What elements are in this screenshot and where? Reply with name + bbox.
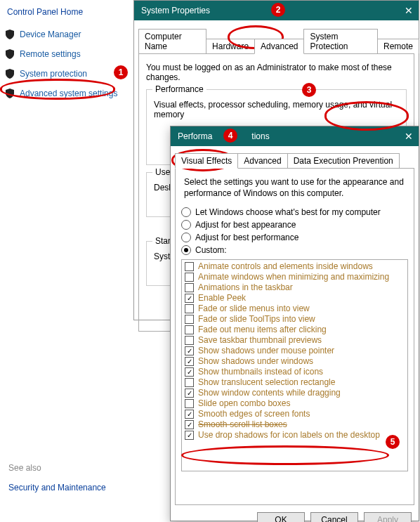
check-option-1[interactable]: Animate windows when minimizing and maxi…: [183, 272, 406, 282]
check-option-9[interactable]: Show shadows under windows: [183, 356, 406, 367]
check-label: Show shadows under mouse pointer: [198, 346, 334, 356]
see-also-header: See also: [8, 463, 106, 473]
control-panel-home-link[interactable]: Control Panel Home: [7, 7, 136, 17]
tab-advanced-perf[interactable]: Advanced: [237, 153, 287, 168]
checkbox-icon: [185, 389, 194, 398]
tab-dep[interactable]: Data Execution Prevention: [287, 153, 400, 168]
tab-computer-name[interactable]: Computer Name: [138, 29, 206, 53]
performance-legend: Performance: [152, 84, 206, 94]
apply-button[interactable]: Apply: [364, 512, 412, 522]
sidebar-item-remote-settings[interactable]: Remote settings: [6, 49, 136, 59]
check-label: Animate windows when minimizing and maxi…: [198, 272, 389, 282]
check-label: Save taskbar thumbnail previews: [198, 335, 322, 346]
check-label: Show thumbnails instead of icons: [198, 367, 323, 377]
tab-remote[interactable]: Remote: [377, 39, 419, 53]
close-icon[interactable]: ✕: [405, 131, 413, 142]
check-option-3[interactable]: Enable Peek: [183, 293, 406, 304]
performance-options-tabs: Visual Effects Advanced Data Execution P…: [175, 153, 419, 168]
check-option-13[interactable]: Slide open combo boxes: [183, 398, 406, 409]
radio-label: Adjust for best performance: [195, 233, 298, 242]
sidebar-item-device-manager[interactable]: Device Manager: [6, 30, 136, 39]
sidebar-item-label: Device Manager: [20, 30, 81, 39]
performance-options-body: Select the settings you want to use for …: [175, 168, 414, 505]
tab-system-protection[interactable]: System Protection: [303, 29, 377, 53]
checkbox-icon: [185, 283, 194, 292]
performance-options-title-left: Performa: [178, 131, 212, 141]
check-option-2[interactable]: Animations in the taskbar: [183, 282, 406, 293]
check-option-0[interactable]: Animate controls and elements inside win…: [183, 261, 406, 272]
control-panel-sidebar: Control Panel Home Device Manager Remote…: [0, 0, 140, 108]
visual-effects-checklist[interactable]: Animate controls and elements inside win…: [181, 259, 408, 471]
sidebar-item-label: System protection: [20, 69, 87, 79]
checkbox-icon: [185, 273, 194, 282]
sidebar-item-advanced-system-settings[interactable]: Advanced system settings: [6, 89, 136, 98]
check-label: Show translucent selection rectangle: [198, 377, 335, 388]
checkbox-icon: [185, 399, 194, 408]
checkbox-icon: [185, 294, 194, 303]
check-label: Fade or slide menus into view: [198, 304, 310, 314]
shield-icon: [6, 30, 14, 39]
dialog-button-row: OK Cancel Apply: [171, 505, 419, 522]
check-label: Show shadows under windows: [198, 356, 313, 367]
shield-icon: [6, 49, 14, 59]
radio-label: Let Windows choose what's best for my co…: [195, 207, 381, 217]
check-option-12[interactable]: Show window contents while dragging: [183, 388, 406, 398]
check-option-5[interactable]: Fade or slide ToolTips into view: [183, 314, 406, 325]
visual-effects-desc: Select the settings you want to use for …: [184, 177, 405, 199]
radio-option-3[interactable]: Custom:: [181, 245, 408, 255]
check-option-4[interactable]: Fade or slide menus into view: [183, 304, 406, 314]
radio-icon: [181, 245, 191, 255]
check-option-14[interactable]: Smooth edges of screen fonts: [183, 409, 406, 419]
check-label: Enable Peek: [198, 293, 246, 304]
tab-advanced[interactable]: Advanced: [254, 39, 304, 54]
check-option-10[interactable]: Show thumbnails instead of icons: [183, 367, 406, 377]
check-label: Fade out menu items after clicking: [198, 325, 327, 335]
checkbox-icon: [185, 325, 194, 334]
radio-label: Custom:: [195, 245, 227, 255]
radio-option-1[interactable]: Adjust for best appearance: [181, 220, 408, 230]
radio-option-0[interactable]: Let Windows choose what's best for my co…: [181, 207, 408, 217]
cancel-button[interactable]: Cancel: [310, 512, 358, 522]
check-label: Smooth-scroll list boxes: [198, 419, 287, 430]
check-option-7[interactable]: Save taskbar thumbnail previews: [183, 335, 406, 346]
check-label: Show window contents while dragging: [198, 388, 341, 398]
system-properties-title: System Properties: [141, 6, 210, 15]
checkbox-icon: [185, 262, 194, 271]
tab-hardware[interactable]: Hardware: [206, 39, 255, 53]
check-option-6[interactable]: Fade out menu items after clicking: [183, 325, 406, 335]
check-option-11[interactable]: Show translucent selection rectangle: [183, 377, 406, 388]
checkbox-icon: [185, 378, 194, 387]
check-option-15[interactable]: Smooth-scroll list boxes: [183, 419, 406, 430]
close-icon[interactable]: ✕: [405, 5, 413, 16]
check-option-8[interactable]: Show shadows under mouse pointer: [183, 346, 406, 356]
performance-options-dialog: Performa tions ✕ Visual Effects Advanced…: [170, 126, 419, 521]
check-label: Animate controls and elements inside win…: [198, 261, 373, 272]
visual-effects-radio-group: Let Windows choose what's best for my co…: [181, 207, 408, 255]
radio-label: Adjust for best appearance: [195, 220, 296, 230]
performance-options-titlebar[interactable]: Performa tions ✕: [171, 126, 419, 146]
admin-instruction-text: You must be logged on as an Administrato…: [146, 63, 407, 82]
system-properties-tabs: Computer Name Hardware Advanced System P…: [138, 29, 419, 53]
tab-visual-effects[interactable]: Visual Effects: [175, 153, 238, 169]
see-also-section: See also Security and Maintenance: [8, 463, 106, 492]
system-properties-titlebar[interactable]: System Properties ✕: [134, 1, 419, 20]
sidebar-item-system-protection[interactable]: System protection: [6, 69, 136, 79]
radio-icon: [181, 233, 191, 242]
checkbox-icon: [185, 420, 194, 429]
radio-icon: [181, 220, 191, 230]
checkbox-icon: [185, 431, 194, 440]
performance-desc: Visual effects, processor scheduling, me…: [154, 100, 399, 119]
checkbox-icon: [185, 315, 194, 324]
checkbox-icon: [185, 304, 194, 313]
shield-icon: [6, 69, 14, 79]
checkbox-icon: [185, 357, 194, 366]
check-label: Fade or slide ToolTips into view: [198, 314, 315, 325]
check-label: Animations in the taskbar: [198, 282, 293, 293]
check-option-16[interactable]: Use drop shadows for icon labels on the …: [183, 430, 406, 441]
ok-button[interactable]: OK: [257, 512, 305, 522]
security-and-maintenance-link[interactable]: Security and Maintenance: [8, 483, 106, 492]
performance-options-title-right: tions: [251, 131, 269, 141]
sidebar-item-label: Advanced system settings: [20, 89, 117, 98]
sidebar-item-label: Remote settings: [20, 49, 81, 59]
radio-option-2[interactable]: Adjust for best performance: [181, 233, 408, 242]
